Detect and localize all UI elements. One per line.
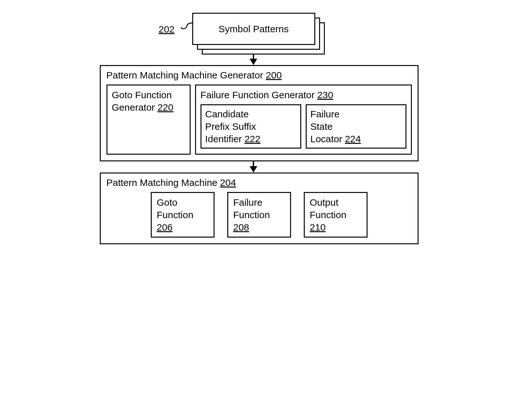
failure-gen-title: Failure Function Generator 230 — [201, 89, 406, 101]
candidate-prefix-suffix-identifier-box: Candidate Prefix Suffix Identifier 222 — [201, 104, 301, 149]
ref-202: 202 — [159, 24, 175, 35]
goto-function-box: Goto Function 206 — [151, 192, 215, 238]
generator-box: Pattern Matching Machine Generator 200 G… — [100, 65, 419, 161]
output-function-box: Output Function 210 — [304, 192, 368, 238]
machine-box: Pattern Matching Machine 204 Goto Functi… — [100, 173, 419, 244]
symbol-patterns-label: Symbol Patterns — [218, 24, 288, 34]
symbol-patterns-stack: 202 Symbol Patterns — [192, 13, 323, 45]
arrow-2 — [250, 161, 257, 173]
failure-state-locator-box: Failure State Locator 224 — [306, 104, 406, 149]
machine-title: Pattern Matching Machine 204 — [106, 177, 412, 188]
failure-function-generator-box: Failure Function Generator 230 Candidate… — [195, 85, 412, 155]
stack-card-1: Symbol Patterns — [192, 13, 315, 45]
failure-function-box: Failure Function 208 — [227, 192, 291, 238]
generator-title: Pattern Matching Machine Generator 200 — [106, 70, 412, 81]
goto-function-generator-box: Goto Function Generator 220 — [106, 85, 191, 155]
connector-hook-icon — [181, 19, 192, 30]
arrow-1 — [250, 54, 257, 65]
diagram-root: 202 Symbol Patterns Pattern Matching Mac… — [100, 13, 419, 244]
